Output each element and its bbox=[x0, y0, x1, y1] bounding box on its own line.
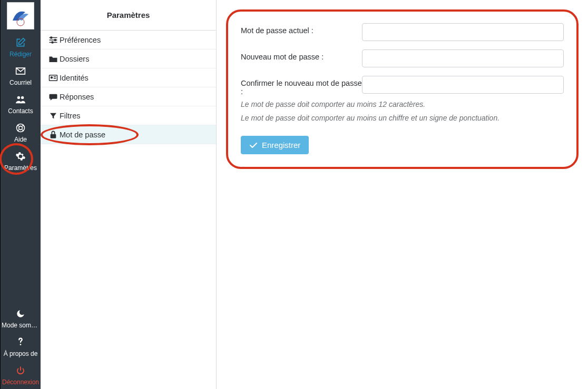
svg-point-5 bbox=[20, 344, 22, 345]
current-password-input[interactable] bbox=[362, 23, 564, 41]
lifebuoy-icon bbox=[15, 122, 26, 134]
nav-mail[interactable]: Courriel bbox=[1, 61, 41, 89]
envelope-icon bbox=[15, 65, 26, 77]
confirm-password-label: Confirmer le nouveau mot de passe : bbox=[241, 76, 362, 96]
settings-item-label: Réponses bbox=[60, 93, 94, 101]
check-icon bbox=[249, 142, 258, 149]
settings-item-password[interactable]: Mot de passe bbox=[41, 125, 216, 144]
nav-darkmode[interactable]: Mode somb… bbox=[1, 304, 41, 332]
settings-item-folders[interactable]: Dossiers bbox=[41, 49, 216, 68]
nav-about[interactable]: À propos de bbox=[1, 332, 41, 361]
moon-icon bbox=[15, 308, 26, 320]
sliders-icon bbox=[47, 36, 60, 44]
main-content: Mot de passe actuel : Nouveau mot de pas… bbox=[217, 0, 588, 389]
gear-icon bbox=[15, 151, 26, 162]
nav-label: Contacts bbox=[8, 107, 33, 115]
settings-item-label: Identités bbox=[60, 74, 89, 82]
password-hint-1: Le mot de passe doit comporter au moins … bbox=[241, 100, 564, 108]
app-logo bbox=[7, 2, 34, 29]
settings-list: Préférences Dossiers Identités Réponses bbox=[41, 31, 216, 144]
nav-logout[interactable]: Déconnexion bbox=[1, 361, 41, 389]
folder-icon bbox=[47, 55, 60, 63]
form-row-confirm: Confirmer le nouveau mot de passe : bbox=[241, 76, 564, 96]
nav-label: Paramètres bbox=[4, 164, 37, 172]
settings-item-preferences[interactable]: Préférences bbox=[41, 31, 216, 49]
new-password-input[interactable] bbox=[362, 49, 564, 67]
settings-item-label: Préférences bbox=[60, 36, 101, 44]
nav-settings[interactable]: Paramètres bbox=[1, 146, 41, 175]
settings-item-responses[interactable]: Réponses bbox=[41, 87, 216, 106]
confirm-password-input[interactable] bbox=[362, 76, 564, 94]
settings-item-filters[interactable]: Filtres bbox=[41, 106, 216, 125]
compose-icon bbox=[15, 37, 26, 48]
nav-compose[interactable]: Rédiger bbox=[1, 33, 41, 61]
new-password-label: Nouveau mot de passe : bbox=[241, 49, 362, 67]
svg-point-2 bbox=[21, 96, 24, 99]
nav-label: Courriel bbox=[9, 79, 32, 86]
svg-point-8 bbox=[52, 42, 53, 43]
current-password-label: Mot de passe actuel : bbox=[241, 23, 362, 41]
form-row-new: Nouveau mot de passe : bbox=[241, 49, 564, 67]
question-icon bbox=[15, 336, 26, 348]
password-form-highlight: Mot de passe actuel : Nouveau mot de pas… bbox=[226, 9, 579, 169]
settings-item-label: Dossiers bbox=[60, 55, 89, 63]
settings-item-identities[interactable]: Identités bbox=[41, 68, 216, 87]
nav-contacts[interactable]: Contacts bbox=[1, 89, 41, 118]
nav-help[interactable]: Aide bbox=[1, 118, 41, 146]
sidebar: Rédiger Courriel Contacts Aide Paramètre… bbox=[0, 0, 41, 389]
speech-icon bbox=[47, 93, 60, 101]
svg-point-6 bbox=[51, 37, 52, 38]
svg-point-7 bbox=[54, 39, 56, 41]
svg-rect-11 bbox=[51, 134, 56, 138]
svg-point-10 bbox=[51, 76, 53, 78]
nav-label: Aide bbox=[14, 136, 27, 143]
settings-column: Paramètres Préférences Dossiers Identité… bbox=[41, 0, 217, 389]
id-card-icon bbox=[47, 74, 60, 82]
nav-label: Rédiger bbox=[9, 51, 32, 58]
settings-item-label: Filtres bbox=[60, 112, 80, 120]
nav-label: Déconnexion bbox=[2, 378, 39, 386]
funnel-icon bbox=[47, 112, 60, 120]
settings-item-label: Mot de passe bbox=[60, 131, 105, 139]
power-icon bbox=[15, 365, 26, 376]
password-hint-2: Le mot de passe doit comporter au moins … bbox=[241, 114, 564, 122]
form-row-current: Mot de passe actuel : bbox=[241, 23, 564, 41]
svg-point-4 bbox=[19, 126, 23, 130]
logo-icon bbox=[9, 5, 32, 27]
svg-point-1 bbox=[17, 96, 20, 99]
lock-icon bbox=[47, 130, 60, 139]
nav-label: Mode somb… bbox=[2, 322, 40, 329]
nav-label: À propos de bbox=[4, 350, 38, 357]
save-button-label: Enregistrer bbox=[262, 141, 300, 149]
save-button[interactable]: Enregistrer bbox=[241, 136, 309, 154]
users-icon bbox=[15, 94, 26, 105]
settings-header: Paramètres bbox=[41, 0, 216, 31]
